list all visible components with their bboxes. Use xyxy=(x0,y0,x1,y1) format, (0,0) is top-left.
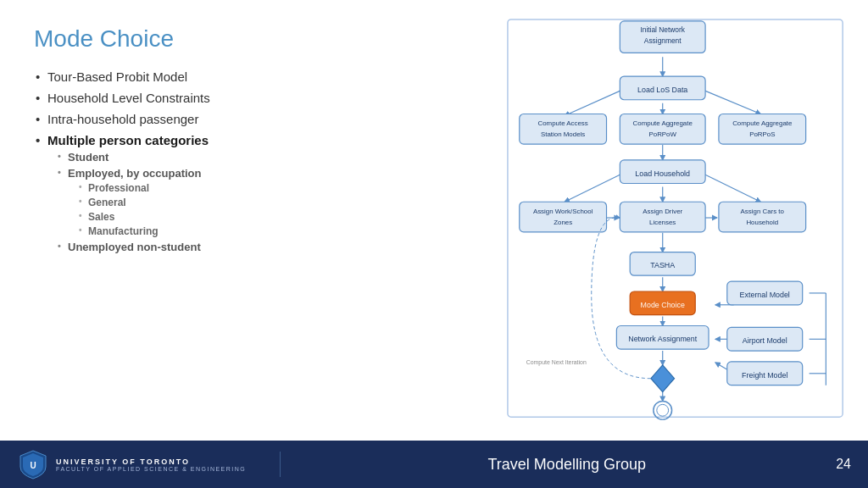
svg-rect-29 xyxy=(520,114,607,145)
group-name: Travel Modelling Group xyxy=(298,456,836,474)
svg-text:Assign Work/School: Assign Work/School xyxy=(533,208,593,215)
svg-line-6 xyxy=(565,175,620,202)
footer-logo: U UNIVERSITY OF TORONTO FACULTY OF APPLI… xyxy=(17,448,246,480)
svg-text:Mode Choice: Mode Choice xyxy=(641,301,685,309)
svg-text:Airport Model: Airport Model xyxy=(743,336,787,345)
svg-text:Freight Model: Freight Model xyxy=(742,371,787,380)
svg-text:TASHA: TASHA xyxy=(650,261,675,269)
flowchart-svg: Compute Next Iteration Initial Network A… xyxy=(504,13,851,428)
svg-text:Household: Household xyxy=(746,219,778,226)
svg-text:Network Assignment: Network Assignment xyxy=(628,335,697,343)
sub-bullet-item: Student xyxy=(56,151,441,164)
flowchart-area: Compute Next Iteration Initial Network A… xyxy=(504,13,851,428)
svg-marker-61 xyxy=(651,365,675,392)
footer: U UNIVERSITY OF TORONTO FACULTY OF APPLI… xyxy=(0,441,868,488)
svg-text:Compute Aggregate: Compute Aggregate xyxy=(633,119,693,127)
svg-text:Station Models: Station Models xyxy=(541,130,585,138)
svg-text:U: U xyxy=(30,461,36,470)
svg-text:Zones: Zones xyxy=(554,219,572,226)
svg-rect-43 xyxy=(620,202,705,232)
page-number: 24 xyxy=(836,457,851,472)
svg-rect-46 xyxy=(719,202,806,232)
svg-text:Load Household: Load Household xyxy=(635,169,690,178)
svg-text:Licenses: Licenses xyxy=(649,219,676,226)
sub-sub-bullet-item: General xyxy=(78,197,441,208)
sub-sub-bullet-item: Manufacturing xyxy=(78,225,441,237)
svg-text:Compute Aggregate: Compute Aggregate xyxy=(732,119,793,127)
faculty-name: FACULTY OF APPLIED SCIENCE & ENGINEERING xyxy=(56,466,246,472)
svg-rect-32 xyxy=(620,114,705,145)
bullet-item: Tour-Based Probit Model xyxy=(34,69,441,84)
footer-uni-text: UNIVERSITY OF TORONTO FACULTY OF APPLIED… xyxy=(56,458,246,472)
sub-bullet-item: Employed, by occupationProfessionalGener… xyxy=(56,167,441,237)
footer-divider xyxy=(280,452,281,477)
bullet-item: Intra-household passenger xyxy=(34,112,441,126)
svg-text:Assign Cars to: Assign Cars to xyxy=(741,208,785,215)
svg-text:Compute Next Iteration: Compute Next Iteration xyxy=(526,359,587,366)
svg-text:Compute Access: Compute Access xyxy=(538,119,588,127)
svg-point-63 xyxy=(657,404,669,416)
slide-title: Mode Choice xyxy=(34,25,441,53)
left-content: Mode Choice Tour-Based Probit ModelHouse… xyxy=(34,25,441,260)
svg-text:External Model: External Model xyxy=(740,291,790,299)
svg-rect-35 xyxy=(719,114,806,145)
bullet-item: Household Level Constraints xyxy=(34,91,441,105)
svg-rect-40 xyxy=(520,202,607,232)
slide: Mode Choice Tour-Based Probit ModelHouse… xyxy=(0,0,868,441)
svg-text:PoRPoW: PoRPoW xyxy=(648,130,676,138)
svg-text:Assignment: Assignment xyxy=(644,36,682,45)
svg-text:PoRPoS: PoRPoS xyxy=(749,130,775,138)
bullet-list: Tour-Based Probit ModelHousehold Level C… xyxy=(34,69,441,253)
svg-line-8 xyxy=(704,175,760,202)
svg-text:Assign Driver: Assign Driver xyxy=(643,208,682,215)
university-logo: U xyxy=(17,448,49,480)
svg-line-4 xyxy=(704,91,760,114)
university-name: UNIVERSITY OF TORONTO xyxy=(56,458,246,466)
svg-text:Load LoS Data: Load LoS Data xyxy=(637,86,687,94)
sub-bullet-item: Unemployed non-student xyxy=(56,241,441,253)
svg-text:Initial Network: Initial Network xyxy=(640,25,685,34)
sub-sub-bullet-item: Sales xyxy=(78,211,441,223)
svg-line-2 xyxy=(565,91,620,116)
sub-sub-bullet-item: Professional xyxy=(78,182,441,194)
bullet-item: Multiple person categoriesStudentEmploye… xyxy=(34,133,441,253)
